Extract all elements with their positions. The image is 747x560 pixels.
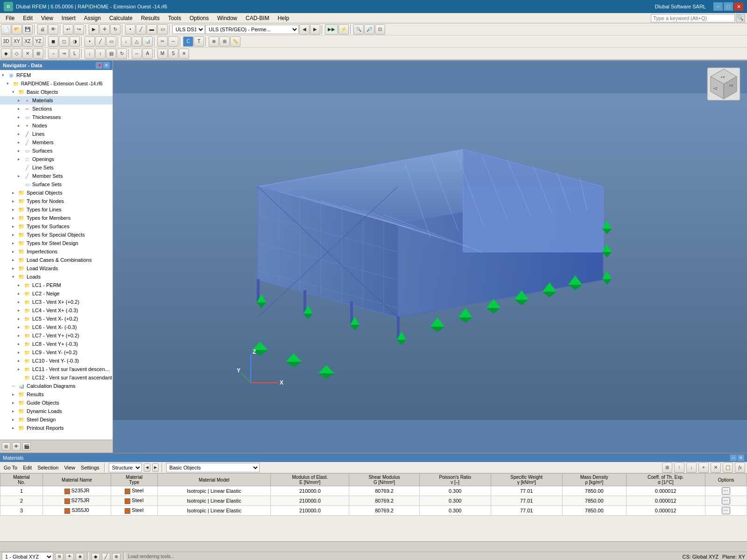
dim-btn[interactable]: ↔ (132, 49, 142, 59)
tree-printout-reports[interactable]: ▸ 📁 Printout Reports (0, 424, 113, 432)
menu-calculate[interactable]: Calculate (106, 14, 136, 22)
menu-file[interactable]: File (2, 14, 18, 22)
rotate-btn[interactable]: ↻ (110, 24, 120, 35)
tree-types-surfaces[interactable]: ▸ 📁 Types for Surfaces (0, 222, 113, 231)
structure-filter[interactable]: Structure (109, 463, 142, 472)
tree-dynamic-loads[interactable]: ▸ 📁 Dynamic Loads (0, 407, 113, 415)
menu-assign[interactable]: Assign (80, 14, 105, 22)
load-area-btn[interactable]: ▤ (106, 49, 116, 59)
tree-loads[interactable]: ▾ 📁 Loads (0, 273, 113, 281)
surface-btn[interactable]: ▭ (157, 24, 168, 35)
render-btn[interactable]: ◼ (48, 36, 58, 47)
menu-view[interactable]: View (37, 14, 57, 22)
redo-btn[interactable]: ↪ (74, 24, 84, 35)
grid-btn[interactable]: ⊞ (219, 36, 230, 47)
select-btn[interactable]: ▶ (89, 24, 99, 35)
tree-lc1[interactable]: ▸ 📁 LC1 - PERM (0, 281, 113, 289)
color-btn[interactable]: C (183, 36, 193, 47)
view-xy-btn[interactable]: XY (12, 36, 22, 47)
member-btn[interactable]: ▬ (147, 24, 157, 35)
panel-close-btn[interactable]: ✕ (738, 455, 744, 461)
tree-lc7[interactable]: ▸ 📁 LC7 - Vent Y+ (+0.2) (0, 331, 113, 340)
tree-openings[interactable]: ▸ □ Openings (0, 155, 113, 163)
view-btn[interactable]: View (62, 465, 77, 470)
view-yz-btn[interactable]: YZ (33, 36, 43, 47)
menu-edit[interactable]: Edit (19, 14, 36, 22)
fx-btn[interactable]: fx (735, 462, 745, 473)
zoom-in-btn[interactable]: 🔍 (353, 24, 364, 35)
materials-scroll-area[interactable]: MaterialNo. Material Name MaterialType M… (0, 473, 747, 541)
nodes-vis-btn[interactable]: • (85, 36, 95, 47)
coord-system-select[interactable]: 1 - Global XYZ (2, 552, 53, 560)
tree-lc8[interactable]: ▸ 📁 LC8 - Vent Y+ (-0.3) (0, 340, 113, 348)
selection-btn[interactable]: Selection (35, 465, 60, 470)
nav-icon2[interactable]: 👁 (12, 442, 21, 451)
search-input[interactable] (651, 14, 735, 22)
tree-lc6[interactable]: ▸ 📁 LC6 - Vent X- (-0.3) (0, 323, 113, 331)
new-btn[interactable]: 📄 (1, 24, 11, 35)
tree-steel-design[interactable]: ▸ 📁 Steel Design (0, 415, 113, 424)
search-icon[interactable]: 🔍 (736, 14, 745, 22)
table-btn6[interactable]: 📋 (723, 462, 733, 473)
panel-min-btn[interactable]: ─ (730, 455, 737, 461)
tree-membersets[interactable]: ▸ ╱ Member Sets (0, 172, 113, 180)
mat-btn[interactable]: M (157, 49, 168, 59)
tree-lc10[interactable]: ▸ 📁 LC10 - Vent Y- (-0.3) (0, 357, 113, 365)
tree-linesets[interactable]: ╱ Line Sets (0, 163, 113, 172)
tree-surfaces[interactable]: ▸ ▭ Surfaces (0, 147, 113, 155)
tree-special-objects[interactable]: ▸ 📁 Special Objects (0, 189, 113, 197)
tree-lc12[interactable]: 📁 LC12 - Vent sur l'auvent ascendant (0, 373, 113, 382)
shade-btn[interactable]: ◑ (70, 36, 80, 47)
menu-cad-bim[interactable]: CAD-BIM (242, 14, 273, 22)
orientation-cube[interactable]: +Y +X +Z (705, 65, 742, 103)
cell-options[interactable]: ⋯ (705, 486, 747, 496)
tree-nodes[interactable]: ▸ • Nodes (0, 121, 113, 130)
clip-btn[interactable]: ✂ (157, 36, 168, 47)
tree-results[interactable]: ▸ 📁 Results (0, 390, 113, 399)
sec-btn[interactable]: S (168, 49, 178, 59)
load-line-btn[interactable]: ↕ (95, 49, 106, 59)
cell-options[interactable]: ⋯ (705, 496, 747, 506)
tree-load-wizards[interactable]: ▸ 📁 Load Wizards (0, 264, 113, 273)
snap-node-btn[interactable]: ◆ (1, 49, 11, 59)
goto-btn[interactable]: Go To (2, 465, 19, 470)
snap-btn1[interactable]: ◆ (92, 553, 100, 560)
filter-next[interactable]: ▶ (152, 463, 159, 472)
filter-prev[interactable]: ◀ (144, 463, 150, 472)
table-btn4[interactable]: + (698, 462, 709, 473)
calc-btn[interactable]: ▶▶ (325, 24, 338, 35)
wire-btn[interactable]: ◻ (59, 36, 69, 47)
transp-btn[interactable]: T (194, 36, 204, 47)
coord-btn3[interactable]: ◉ (76, 553, 84, 560)
ortho-btn[interactable]: L (70, 49, 80, 59)
line-btn[interactable]: ╱ (136, 24, 146, 35)
node-btn[interactable]: • (125, 24, 135, 35)
view-xz-btn[interactable]: XZ (22, 36, 33, 47)
open-btn[interactable]: 📂 (12, 24, 22, 35)
snap-mid-btn[interactable]: ◇ (12, 49, 22, 59)
coord-btn1[interactable]: ⊞ (55, 553, 63, 560)
axes-btn[interactable]: ⊕ (209, 36, 219, 47)
zoom-all-btn[interactable]: ⊡ (375, 24, 385, 35)
tree-types-nodes[interactable]: ▸ 📁 Types for Nodes (0, 197, 113, 205)
tree-lc3[interactable]: ▸ 📁 LC3 - Vent X+ (+0.2) (0, 298, 113, 306)
menu-help[interactable]: Help (274, 14, 293, 22)
tree-lc4[interactable]: ▸ 📁 LC4 - Vent X+ (-0.3) (0, 306, 113, 315)
tree-lc11[interactable]: ▸ 📁 LC11 - Vent sur l'auvent descendant (0, 365, 113, 373)
prev-btn[interactable]: ◀ (299, 24, 310, 35)
nav-pin-btn[interactable]: 📌 (96, 62, 102, 69)
table-btn1[interactable]: ⊞ (662, 462, 672, 473)
tree-imperfections[interactable]: ▸ 📁 Imperfections (0, 247, 113, 256)
section-btn[interactable]: ─ (168, 36, 178, 47)
tree-types-special[interactable]: ▸ 📁 Types for Special Objects (0, 231, 113, 239)
result-vis-btn[interactable]: 📊 (142, 36, 153, 47)
tree-calc-diagrams[interactable]: ─ 📊 Calculation Diagrams (0, 382, 113, 390)
menu-window[interactable]: Window (213, 14, 241, 22)
tree-project[interactable]: ▾ 📁 RAPIDHOME - Extension Ouest -14.rf6 (0, 79, 113, 88)
members-vis-btn[interactable]: ╱ (95, 36, 106, 47)
uls-desc-combo[interactable]: ULS (STR/GEO) - Perme... (205, 25, 299, 34)
snap-int-btn[interactable]: ✕ (22, 49, 33, 59)
close-button[interactable]: ✕ (734, 2, 743, 11)
tree-types-steel[interactable]: ▸ 📁 Types for Steel Design (0, 239, 113, 247)
snap-grid-btn[interactable]: ⊞ (33, 49, 43, 59)
